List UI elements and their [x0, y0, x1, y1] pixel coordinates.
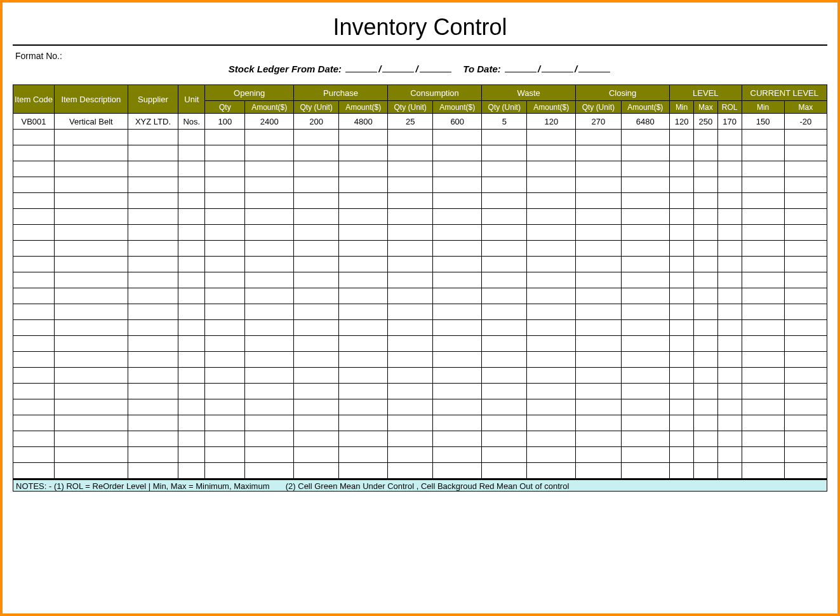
cell-level-min[interactable]: 120: [670, 114, 694, 130]
empty-cell[interactable]: [245, 304, 294, 320]
empty-cell[interactable]: [339, 463, 388, 479]
empty-cell[interactable]: [482, 225, 527, 241]
empty-cell[interactable]: [245, 368, 294, 384]
empty-cell[interactable]: [621, 272, 670, 288]
table-row[interactable]: [13, 368, 827, 384]
empty-cell[interactable]: [527, 257, 576, 272]
empty-cell[interactable]: [388, 130, 433, 145]
empty-cell[interactable]: [178, 209, 205, 225]
empty-cell[interactable]: [388, 304, 433, 320]
empty-cell[interactable]: [128, 241, 178, 257]
empty-cell[interactable]: [128, 225, 178, 241]
empty-cell[interactable]: [55, 193, 128, 209]
empty-cell[interactable]: [128, 257, 178, 272]
empty-cell[interactable]: [693, 272, 717, 288]
empty-cell[interactable]: [293, 320, 338, 336]
empty-cell[interactable]: [245, 399, 294, 415]
empty-cell[interactable]: [293, 241, 338, 257]
empty-cell[interactable]: [621, 431, 670, 447]
cell-consumption-qty[interactable]: 25: [388, 114, 433, 130]
empty-cell[interactable]: [670, 177, 694, 193]
empty-cell[interactable]: [717, 384, 742, 399]
cell-waste-qty[interactable]: 5: [482, 114, 527, 130]
empty-cell[interactable]: [717, 225, 742, 241]
empty-cell[interactable]: [621, 304, 670, 320]
empty-cell[interactable]: [576, 130, 621, 145]
empty-cell[interactable]: [178, 320, 205, 336]
empty-cell[interactable]: [245, 257, 294, 272]
empty-cell[interactable]: [205, 431, 245, 447]
cell-purchase-qty[interactable]: 200: [293, 114, 338, 130]
empty-cell[interactable]: [693, 145, 717, 161]
empty-cell[interactable]: [621, 415, 670, 431]
empty-cell[interactable]: [621, 336, 670, 352]
empty-cell[interactable]: [717, 447, 742, 463]
cell-current-max[interactable]: -20: [784, 114, 827, 130]
empty-cell[interactable]: [784, 352, 827, 368]
empty-cell[interactable]: [13, 288, 55, 304]
empty-cell[interactable]: [693, 130, 717, 145]
empty-cell[interactable]: [784, 177, 827, 193]
empty-cell[interactable]: [433, 431, 482, 447]
empty-cell[interactable]: [621, 368, 670, 384]
empty-cell[interactable]: [55, 161, 128, 177]
empty-cell[interactable]: [13, 447, 55, 463]
empty-cell[interactable]: [205, 463, 245, 479]
empty-cell[interactable]: [245, 431, 294, 447]
empty-cell[interactable]: [784, 304, 827, 320]
empty-cell[interactable]: [13, 193, 55, 209]
empty-cell[interactable]: [784, 209, 827, 225]
empty-cell[interactable]: [433, 399, 482, 415]
empty-cell[interactable]: [339, 288, 388, 304]
empty-cell[interactable]: [670, 415, 694, 431]
empty-cell[interactable]: [576, 161, 621, 177]
empty-cell[interactable]: [245, 463, 294, 479]
empty-cell[interactable]: [433, 177, 482, 193]
empty-cell[interactable]: [576, 241, 621, 257]
empty-cell[interactable]: [693, 288, 717, 304]
from-date-month[interactable]: [382, 64, 414, 72]
table-row[interactable]: [13, 384, 827, 399]
empty-cell[interactable]: [742, 241, 784, 257]
empty-cell[interactable]: [13, 368, 55, 384]
empty-cell[interactable]: [527, 288, 576, 304]
empty-cell[interactable]: [784, 193, 827, 209]
empty-cell[interactable]: [717, 130, 742, 145]
empty-cell[interactable]: [128, 463, 178, 479]
empty-cell[interactable]: [205, 352, 245, 368]
empty-cell[interactable]: [205, 209, 245, 225]
empty-cell[interactable]: [482, 193, 527, 209]
from-date-year[interactable]: [420, 64, 451, 72]
empty-cell[interactable]: [55, 130, 128, 145]
empty-cell[interactable]: [388, 431, 433, 447]
empty-cell[interactable]: [621, 288, 670, 304]
empty-cell[interactable]: [527, 399, 576, 415]
empty-cell[interactable]: [693, 463, 717, 479]
empty-cell[interactable]: [717, 399, 742, 415]
empty-cell[interactable]: [205, 447, 245, 463]
empty-cell[interactable]: [433, 463, 482, 479]
empty-cell[interactable]: [742, 257, 784, 272]
empty-cell[interactable]: [128, 272, 178, 288]
empty-cell[interactable]: [527, 272, 576, 288]
empty-cell[interactable]: [55, 431, 128, 447]
empty-cell[interactable]: [717, 368, 742, 384]
table-row[interactable]: [13, 272, 827, 288]
empty-cell[interactable]: [55, 352, 128, 368]
empty-cell[interactable]: [205, 130, 245, 145]
empty-cell[interactable]: [670, 130, 694, 145]
empty-cell[interactable]: [13, 272, 55, 288]
empty-cell[interactable]: [245, 320, 294, 336]
empty-cell[interactable]: [670, 209, 694, 225]
empty-cell[interactable]: [128, 399, 178, 415]
empty-cell[interactable]: [245, 288, 294, 304]
empty-cell[interactable]: [482, 209, 527, 225]
empty-cell[interactable]: [742, 399, 784, 415]
empty-cell[interactable]: [784, 336, 827, 352]
empty-cell[interactable]: [482, 399, 527, 415]
empty-cell[interactable]: [128, 336, 178, 352]
empty-cell[interactable]: [717, 336, 742, 352]
empty-cell[interactable]: [388, 257, 433, 272]
empty-cell[interactable]: [482, 161, 527, 177]
empty-cell[interactable]: [13, 463, 55, 479]
